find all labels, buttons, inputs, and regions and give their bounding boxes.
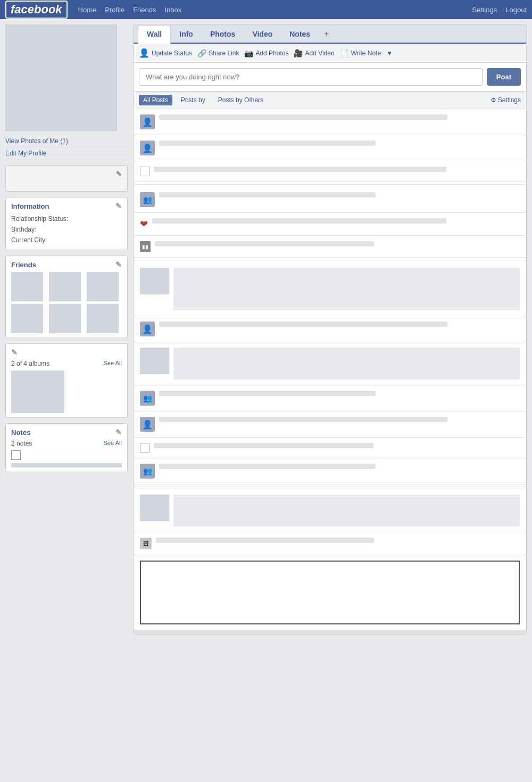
action-bar: 👤 Update Status 🔗 Share Link 📷 Add Photo… [134,44,526,63]
albums-count: 2 of 4 albums [11,360,49,367]
edit-profile-link[interactable]: Edit My Profile [5,147,128,160]
feed-thumb-1 [140,268,169,294]
feed-avatar-6: 👥 [140,391,155,406]
settings-label: Settings [498,96,521,104]
add-photos-button[interactable]: 📷 Add Photos [244,49,288,57]
actions-dropdown-arrow[interactable]: ▼ [386,50,393,57]
bio-box: ✎ [5,165,128,192]
friend-thumb-6[interactable] [87,304,119,333]
update-status-label: Update Status [152,50,192,57]
status-input[interactable] [139,68,483,86]
feed-item-heart: ❤ [134,213,526,236]
share-link-button[interactable]: 🔗 Share Link [197,49,239,57]
film-icon: ▮▮ [140,241,151,252]
feed-checkbox-2 [140,443,149,452]
update-status-button[interactable]: 👤 Update Status [139,48,192,58]
notes-edit-icon[interactable]: ✎ [115,428,122,437]
feed-checkbox-1 [140,167,149,176]
tab-wall[interactable]: Wall [138,25,171,44]
feed-content-8 [154,443,520,450]
feed-media-1 [134,262,526,316]
add-video-button[interactable]: 🎥 Add Video [294,49,334,57]
feed-content-3 [154,167,520,174]
nav-profile[interactable]: Profile [105,6,124,14]
note-item-1[interactable] [11,450,21,460]
nav-inbox[interactable]: Inbox [165,6,182,14]
feed-avatar-4: 👥 [140,192,155,207]
view-photos-link[interactable]: View Photos of Me (1) [5,135,128,147]
settings-gear-icon: ⚙ [491,96,496,104]
feed-avatar-2: 👤 [140,141,155,155]
city-label: Current City: [11,236,47,244]
birthday: Birthday: [11,224,122,235]
information-edit-icon[interactable]: ✎ [115,202,122,210]
feed-text-8 [154,443,373,448]
tab-notes[interactable]: Notes [281,26,319,43]
nav-right-links: Settings Logout [472,6,527,14]
post-button[interactable]: Post [487,68,521,86]
relationship-status: Relationship Status: [11,213,122,224]
albums-edit-icon[interactable]: ✎ [11,348,18,357]
friend-thumb-4[interactable] [11,304,43,333]
feed-content-7 [159,417,520,424]
friends-header: Friends ✎ [11,260,122,269]
feed-item-7: 👤 [134,411,526,438]
write-note-button[interactable]: 📄 Write Note [340,49,381,57]
album-thumb[interactable] [11,371,64,413]
feed-thumb-2 [140,348,169,374]
feed-text-7 [159,417,447,422]
profile-links: View Photos of Me (1) Edit My Profile [5,135,128,160]
feed-text-9 [159,464,376,469]
friend-thumb-5[interactable] [49,304,81,333]
posts-by-others-filter[interactable]: Posts by Others [214,95,268,105]
nav-home[interactable]: Home [78,6,97,14]
tab-photos[interactable]: Photos [202,26,244,43]
friend-thumb-1[interactable] [11,272,43,301]
feed-item-3 [134,161,526,182]
profile-photo [5,24,117,131]
note-preview [140,561,520,624]
feed-media-content-1 [173,268,520,310]
feed-media-image-2 [173,348,520,380]
nav-links: Home Profile Friends Inbox [78,6,182,14]
notes-meta: 2 notes See All [11,440,122,447]
notes-section: Notes ✎ 2 notes See All [5,423,128,472]
birthday-label: Birthday: [11,226,36,233]
filter-settings[interactable]: ⚙ Settings [491,96,521,104]
nav-logout[interactable]: Logout [505,6,527,14]
tab-video[interactable]: Video [244,26,281,43]
feed-media-2 [134,342,526,385]
albums-meta: 2 of 4 albums See All [11,360,122,367]
albums-see-all[interactable]: See All [104,360,122,367]
friend-thumb-2[interactable] [49,272,81,301]
feed-text-1 [159,114,447,120]
posts-by-filter[interactable]: Posts by [177,95,210,105]
nav-settings[interactable]: Settings [472,6,497,14]
friends-title: Friends [11,261,36,269]
heart-icon: ❤ [140,218,148,230]
share-link-label: Share Link [209,50,239,57]
feed-item-2: 👤 [134,135,526,161]
nav-friends[interactable]: Friends [133,6,156,14]
bio-edit-icon[interactable]: ✎ [116,170,122,187]
feed-content-9 [159,464,520,471]
feed-content-5 [159,322,520,329]
feed-content-film [155,241,520,249]
feed-item-img: 🖼 [134,532,526,555]
information-section: Information ✎ Relationship Status: Birth… [5,197,128,250]
friend-thumb-3[interactable] [87,272,119,301]
right-content: Wall Info Photos Video Notes + 👤 Update … [133,24,527,635]
feed-item-4: 👥 [134,187,526,213]
friends-edit-icon[interactable]: ✎ [115,260,122,269]
left-sidebar: View Photos of Me (1) Edit My Profile ✎ … [5,24,128,635]
all-posts-filter[interactable]: All Posts [139,95,172,105]
tab-info[interactable]: Info [171,26,202,43]
feed-text-heart [152,218,446,224]
tab-add-icon[interactable]: + [319,26,334,42]
feed-content-heart [152,218,520,226]
notes-see-all[interactable]: See All [104,440,122,447]
filter-bar: All Posts Posts by Posts by Others ⚙ Set… [134,92,526,109]
feed-item-9: 👥 [134,458,526,484]
main-layout: View Photos of Me (1) Edit My Profile ✎ … [0,19,532,640]
feed-media-image-1 [173,268,520,310]
